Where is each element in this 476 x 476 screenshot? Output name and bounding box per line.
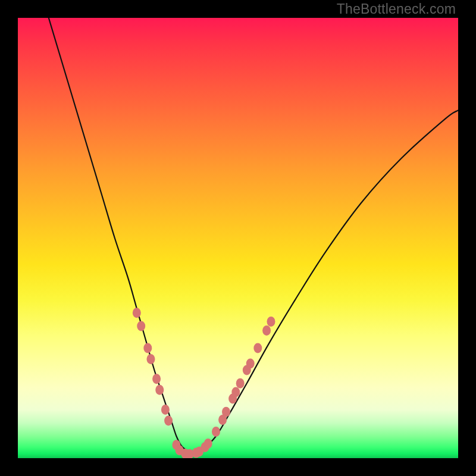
bead-marker [246, 358, 255, 368]
chart-frame: TheBottleneck.com [0, 0, 476, 476]
bead-marker [267, 317, 275, 327]
bead-marker [146, 354, 155, 364]
bead-marker [133, 308, 141, 318]
plot-area [18, 18, 458, 458]
bead-marker [204, 439, 212, 449]
bottleneck-curve [49, 18, 458, 454]
bead-marker [231, 387, 240, 397]
bead-marker [152, 374, 161, 384]
bead-marker [262, 325, 271, 336]
highlight-beads [133, 308, 275, 458]
watermark-text: TheBottleneck.com [337, 1, 456, 17]
bead-marker [164, 416, 173, 426]
bead-marker [253, 343, 262, 353]
bead-marker [155, 385, 164, 395]
bead-marker [236, 378, 245, 389]
bead-marker [222, 407, 230, 417]
curve-svg [18, 18, 458, 458]
bead-marker [161, 405, 170, 415]
bead-marker [137, 321, 145, 331]
bead-marker [143, 343, 152, 353]
bead-marker [212, 427, 220, 437]
